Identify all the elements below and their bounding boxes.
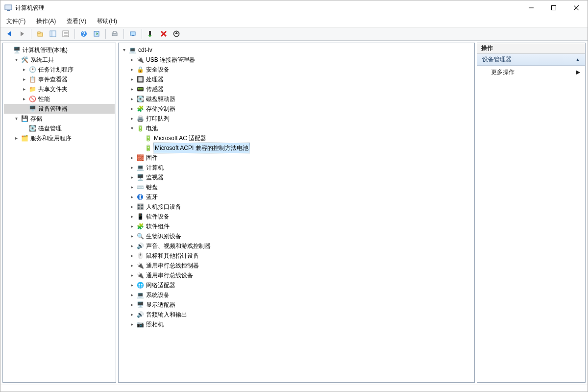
chevron-right-icon[interactable]: ▸	[128, 311, 135, 318]
menu-help[interactable]: 帮助(H)	[95, 16, 119, 26]
tree-disk-management[interactable]: 💽磁盘管理	[4, 123, 115, 133]
cat-security-devices[interactable]: ▸🔒安全设备	[120, 65, 473, 74]
chevron-right-icon[interactable]: ▸	[21, 66, 27, 73]
properties-button[interactable]	[60, 28, 72, 39]
tree-task-scheduler[interactable]: ▸🕑任务计划程序	[4, 65, 115, 74]
uninstall-device-button[interactable]	[158, 28, 170, 39]
chevron-right-icon[interactable]: ▸	[128, 203, 135, 210]
cat-display-adapters[interactable]: ▸🖥️显示适配器	[120, 300, 473, 310]
cat-hid[interactable]: ▸🎛️人机接口设备	[120, 202, 473, 212]
cat-usb-controllers[interactable]: ▸🔌通用串行总线控制器	[120, 261, 473, 270]
titlebar: 计算机管理	[0, 0, 588, 15]
close-button[interactable]	[565, 0, 588, 15]
cat-monitors[interactable]: ▸🖥️监视器	[120, 172, 473, 182]
device-tree[interactable]: ▾💻cdt-lv ▸🔌USB 连接器管理器 ▸🔒安全设备 ▸🔲处理器 ▸📟传感器…	[119, 43, 474, 331]
cat-cameras[interactable]: ▸📷照相机	[120, 319, 473, 329]
chevron-right-icon[interactable]: ▸	[21, 76, 27, 83]
cat-print-queues[interactable]: ▸🖨️打印队列	[120, 114, 473, 123]
console-tree[interactable]: 🖥️计算机管理(本地) ▾🛠️系统工具 ▸🕑任务计划程序 ▸📋事件查看器 ▸📁共…	[3, 43, 116, 145]
chevron-right-icon[interactable]: ▸	[128, 282, 135, 289]
chevron-right-icon[interactable]: ▸	[128, 321, 135, 328]
chevron-right-icon[interactable]: ▸	[21, 86, 27, 93]
chevron-right-icon[interactable]: ▸	[128, 76, 135, 83]
cat-computer[interactable]: ▸💻计算机	[120, 163, 473, 172]
maximize-button[interactable]	[542, 0, 565, 15]
chevron-right-icon[interactable]: ▸	[21, 96, 27, 102]
chevron-right-icon[interactable]: ▸	[128, 66, 135, 73]
cat-system-devices[interactable]: ▸💻系统设备	[120, 290, 473, 300]
tree-services-apps[interactable]: ▸🗂️服务和应用程序	[4, 133, 115, 143]
chevron-right-icon[interactable]: ▸	[128, 292, 135, 298]
window-title: 计算机管理	[15, 4, 45, 12]
up-button[interactable]	[34, 28, 46, 39]
cat-disk-drives[interactable]: ▸💽磁盘驱动器	[120, 94, 473, 104]
chevron-down-icon[interactable]: ▾	[128, 125, 135, 132]
chevron-right-icon[interactable]: ▸	[128, 272, 135, 279]
chevron-right-icon[interactable]: ▸	[128, 56, 135, 63]
refresh-button[interactable]	[91, 28, 102, 39]
cat-network-adapters[interactable]: ▸🌐网络适配器	[120, 280, 473, 290]
cat-usb-connector-manager[interactable]: ▸🔌USB 连接器管理器	[120, 55, 473, 65]
cat-keyboards[interactable]: ▸⌨️键盘	[120, 182, 473, 192]
device-acpi-battery[interactable]: 🔋Microsoft ACPI 兼容的控制方法电池	[120, 143, 473, 153]
tree-root[interactable]: 🖥️计算机管理(本地)	[4, 45, 115, 55]
cat-firmware[interactable]: ▸🧱固件	[120, 153, 473, 163]
show-hide-tree-button[interactable]	[47, 28, 59, 39]
chevron-right-icon[interactable]: ▸	[128, 233, 135, 240]
tree-shared-folders[interactable]: ▸📁共享文件夹	[4, 84, 115, 94]
device-ac-adapter[interactable]: 🔋Microsoft AC 适配器	[120, 133, 473, 143]
chevron-right-icon[interactable]: ▸	[128, 223, 135, 230]
tree-event-viewer[interactable]: ▸📋事件查看器	[4, 74, 115, 84]
cat-batteries[interactable]: ▾🔋电池	[120, 123, 473, 133]
cat-sound-video-game[interactable]: ▸🔊声音、视频和游戏控制器	[120, 241, 473, 251]
cat-mice-pointing[interactable]: ▸🖱️鼠标和其他指针设备	[120, 251, 473, 261]
chevron-right-icon[interactable]: ▸	[128, 96, 135, 102]
cat-audio-io[interactable]: ▸🔊音频输入和输出	[120, 310, 473, 319]
minimize-button[interactable]	[520, 0, 542, 15]
chevron-right-icon[interactable]: ▸	[128, 164, 135, 171]
chevron-right-icon[interactable]: ▸	[128, 115, 135, 122]
print-button[interactable]	[109, 28, 121, 39]
chevron-right-icon[interactable]: ▸	[128, 213, 135, 220]
cat-biometric[interactable]: ▸🔍生物识别设备	[120, 231, 473, 241]
tree-storage[interactable]: ▾💾存储	[4, 114, 115, 123]
chevron-right-icon[interactable]: ▸	[128, 301, 135, 308]
chevron-right-icon[interactable]: ▸	[128, 194, 135, 200]
chevron-right-icon[interactable]: ▸	[13, 135, 20, 142]
help-button[interactable]: ?	[78, 28, 90, 39]
tree-performance[interactable]: ▸🚫性能	[4, 94, 115, 104]
actions-section-device-manager[interactable]: 设备管理器 ▲	[477, 54, 585, 66]
chevron-right-icon[interactable]: ▸	[128, 262, 135, 269]
chevron-right-icon[interactable]: ▸	[128, 86, 135, 93]
tree-system-tools[interactable]: ▾🛠️系统工具	[4, 55, 115, 65]
chevron-right-icon[interactable]: ▸	[128, 184, 135, 191]
tree-device-manager[interactable]: 🖥️设备管理器	[4, 104, 115, 114]
back-button[interactable]	[3, 28, 15, 39]
menu-file[interactable]: 文件(F)	[4, 16, 27, 26]
chevron-down-icon[interactable]: ▾	[13, 56, 20, 63]
cat-sensors[interactable]: ▸📟传感器	[120, 84, 473, 94]
chevron-right-icon[interactable]: ▸	[128, 243, 135, 249]
menu-view[interactable]: 查看(V)	[65, 16, 88, 26]
enable-device-button[interactable]	[145, 28, 157, 39]
cat-software-components[interactable]: ▸🧩软件组件	[120, 221, 473, 231]
scan-hardware-button[interactable]	[127, 28, 139, 39]
svg-text:?: ?	[82, 30, 85, 37]
menu-action[interactable]: 操作(A)	[34, 16, 58, 26]
cat-bluetooth[interactable]: ▸蓝牙	[120, 192, 473, 202]
chevron-right-icon[interactable]: ▸	[128, 154, 135, 161]
cat-processors[interactable]: ▸🔲处理器	[120, 74, 473, 84]
chevron-right-icon[interactable]: ▸	[128, 105, 135, 112]
chevron-down-icon[interactable]: ▾	[13, 115, 20, 122]
cat-storage-controllers[interactable]: ▸🧩存储控制器	[120, 104, 473, 114]
actions-more[interactable]: 更多操作 ▶	[477, 66, 585, 78]
cat-usb-devices[interactable]: ▸🔌通用串行总线设备	[120, 270, 473, 280]
storage-icon: 💾	[21, 115, 28, 122]
chevron-down-icon[interactable]: ▾	[121, 47, 127, 53]
device-root[interactable]: ▾💻cdt-lv	[120, 45, 473, 55]
chevron-right-icon[interactable]: ▸	[128, 252, 135, 259]
chevron-right-icon[interactable]: ▸	[128, 174, 135, 181]
forward-button[interactable]	[16, 28, 28, 39]
cat-software-devices[interactable]: ▸📱软件设备	[120, 212, 473, 221]
update-driver-button[interactable]	[171, 28, 182, 39]
